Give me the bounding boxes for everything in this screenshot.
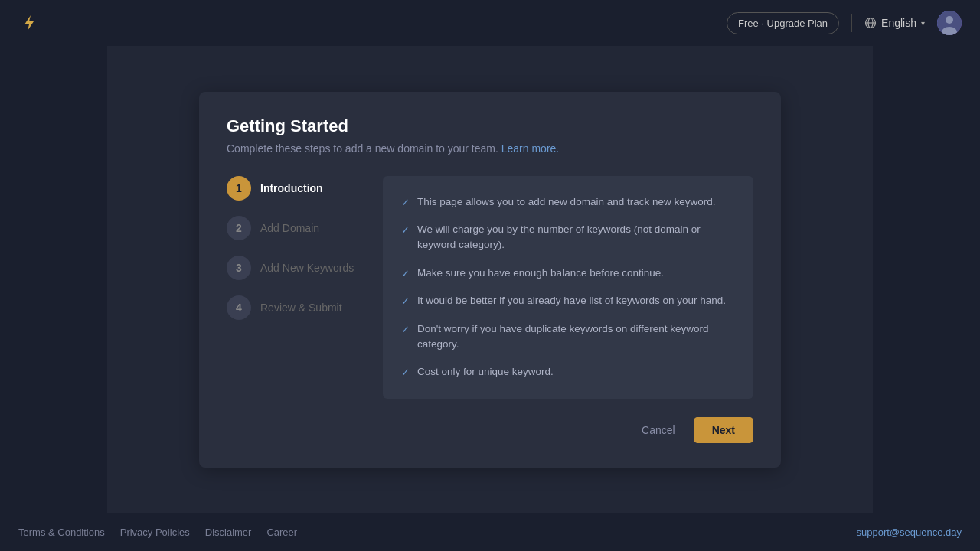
info-item-2: ✓We will charge you by the number of key… xyxy=(401,222,735,253)
info-item-1: ✓This page allows you to add new domain … xyxy=(401,194,735,210)
footer-link-4[interactable]: Career xyxy=(266,527,297,538)
checkmark-icon: ✓ xyxy=(401,322,410,337)
step-label-4: Review & Submit xyxy=(260,302,342,314)
upgrade-button[interactable]: Free · Upgrade Plan xyxy=(727,12,839,34)
step-item-2[interactable]: 2Add Domain xyxy=(227,216,364,240)
card-subtitle-text: Complete these steps to add a new domain… xyxy=(227,142,501,155)
footer-link-2[interactable]: Privacy Policies xyxy=(120,527,190,538)
info-text-2: We will charge you by the number of keyw… xyxy=(417,222,735,253)
getting-started-card: Getting Started Complete these steps to … xyxy=(199,92,781,468)
step-label-3: Add New Keywords xyxy=(260,262,354,274)
step-number-1: 1 xyxy=(227,176,251,201)
steps-content: 1Introduction2Add Domain3Add New Keyword… xyxy=(227,176,753,399)
info-text-4: It would be better if you already have l… xyxy=(417,293,726,308)
svg-point-4 xyxy=(946,16,953,24)
card-subtitle: Complete these steps to add a new domain… xyxy=(227,142,753,155)
steps-list: 1Introduction2Add Domain3Add New Keyword… xyxy=(227,176,364,399)
footer-link-3[interactable]: Disclaimer xyxy=(205,527,252,538)
step-number-4: 4 xyxy=(227,295,251,320)
card-footer: Cancel Next xyxy=(227,417,753,443)
checkmark-icon: ✓ xyxy=(401,195,410,210)
left-panel xyxy=(0,46,107,513)
info-text-6: Cost only for unique keyword. xyxy=(417,364,554,380)
step-item-1[interactable]: 1Introduction xyxy=(227,176,364,201)
avatar-icon xyxy=(937,11,962,35)
footer-links: Terms & ConditionsPrivacy PoliciesDiscla… xyxy=(18,527,297,538)
step-item-4[interactable]: 4Review & Submit xyxy=(227,295,364,320)
step-number-3: 3 xyxy=(227,256,251,280)
step-number-2: 2 xyxy=(227,216,251,240)
step-label-1: Introduction xyxy=(260,182,323,194)
checkmark-icon: ✓ xyxy=(401,365,410,380)
info-item-4: ✓It would be better if you already have … xyxy=(401,293,735,309)
header-right: Free · Upgrade Plan English ▾ xyxy=(727,11,962,35)
avatar[interactable] xyxy=(937,11,962,35)
globe-icon xyxy=(864,17,877,29)
checkmark-icon: ✓ xyxy=(401,266,410,282)
info-text-3: Make sure you have enough balance before… xyxy=(417,266,664,281)
header: Free · Upgrade Plan English ▾ xyxy=(0,0,980,46)
info-item-6: ✓Cost only for unique keyword. xyxy=(401,364,735,380)
footer-link-1[interactable]: Terms & Conditions xyxy=(18,527,105,538)
info-list: ✓This page allows you to add new domain … xyxy=(401,194,735,380)
footer-email[interactable]: support@sequence.day xyxy=(856,527,962,538)
checkmark-icon: ✓ xyxy=(401,223,410,238)
checkmark-icon: ✓ xyxy=(401,294,410,309)
step-label-2: Add Domain xyxy=(260,222,319,234)
language-selector[interactable]: English ▾ xyxy=(864,17,925,29)
right-panel xyxy=(873,46,980,513)
page-footer: Terms & ConditionsPrivacy PoliciesDiscla… xyxy=(0,513,980,551)
info-item-3: ✓Make sure you have enough balance befor… xyxy=(401,266,735,282)
logo xyxy=(18,12,40,34)
card-title: Getting Started xyxy=(227,116,753,136)
language-chevron-icon: ▾ xyxy=(921,19,925,28)
language-label: English xyxy=(881,17,916,29)
info-text-5: Don't worry if you have duplicate keywor… xyxy=(417,321,735,353)
next-button[interactable]: Next xyxy=(694,417,753,443)
info-item-5: ✓Don't worry if you have duplicate keywo… xyxy=(401,321,735,353)
learn-more-link[interactable]: Learn more. xyxy=(501,142,559,155)
step-item-3[interactable]: 3Add New Keywords xyxy=(227,256,364,280)
logo-icon xyxy=(18,12,40,34)
header-divider xyxy=(851,14,852,32)
cancel-button[interactable]: Cancel xyxy=(632,418,684,442)
info-text-1: This page allows you to add new domain a… xyxy=(417,194,715,210)
content-panel: ✓This page allows you to add new domain … xyxy=(383,176,753,399)
